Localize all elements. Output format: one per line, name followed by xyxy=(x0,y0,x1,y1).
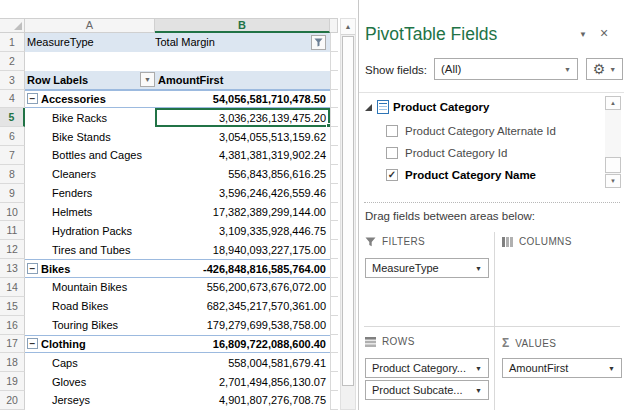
tools-gear-button[interactable]: ⚙ ▼ xyxy=(586,58,623,80)
cell-B15[interactable]: 682,345,217,570,361.00 xyxy=(155,297,330,316)
cell-A12[interactable]: Tires and Tubes xyxy=(25,240,155,259)
row-header-12[interactable]: 12 xyxy=(0,240,25,259)
cell-A16[interactable]: Touring Bikes xyxy=(25,316,155,335)
field-list-scrollbar[interactable]: ▲ ▼ xyxy=(605,96,621,188)
cell-B7[interactable]: 4,381,381,319,902.24 xyxy=(155,146,330,165)
checkbox-icon[interactable] xyxy=(386,125,398,137)
column-header-c-sliver[interactable] xyxy=(330,18,338,33)
cell-B19[interactable]: 2,701,494,856,130.07 xyxy=(155,372,330,391)
column-header-a[interactable]: A xyxy=(25,18,155,33)
scrollbar-thumb[interactable] xyxy=(342,36,354,386)
cell-B8[interactable]: 556,843,856,616.25 xyxy=(155,165,330,184)
field-table-row[interactable]: Product Category xyxy=(359,98,604,116)
sheet-vertical-scrollbar[interactable]: ▲ xyxy=(340,18,356,410)
cell-B5[interactable]: 3,036,236,139,475.20 xyxy=(155,108,330,127)
show-fields-label: Show fields: xyxy=(365,64,427,76)
cell-B12[interactable]: 18,940,093,227,175.00 xyxy=(155,240,330,259)
report-filter-button[interactable] xyxy=(311,35,326,50)
cell-B14[interactable]: 556,200,673,676,072.00 xyxy=(155,278,330,297)
cell-A8[interactable]: Cleaners xyxy=(25,165,155,184)
row-header-16[interactable]: 16 xyxy=(0,316,25,335)
scrollbar-thumb[interactable] xyxy=(605,157,621,173)
collapse-minus-icon[interactable]: − xyxy=(27,338,38,349)
select-all-corner[interactable] xyxy=(0,18,25,33)
checkbox-icon[interactable] xyxy=(386,147,398,159)
row-header-8[interactable]: 8 xyxy=(0,165,25,184)
pane-options-caret-icon[interactable]: ▼ xyxy=(579,30,587,39)
collapse-minus-icon[interactable]: − xyxy=(27,263,38,274)
row-header-5[interactable]: 5 xyxy=(0,108,25,127)
row-header-19[interactable]: 19 xyxy=(0,372,25,391)
rows-field-pill-1[interactable]: Product Subcate...▼ xyxy=(365,380,489,400)
row-header-11[interactable]: 11 xyxy=(0,221,25,240)
cell-A7[interactable]: Bottles and Cages xyxy=(25,146,155,165)
checkbox-checked-icon[interactable]: ✓ xyxy=(386,169,398,181)
filters-field-pill-0[interactable]: MeasureType▼ xyxy=(365,258,489,278)
values-field-pill-0[interactable]: AmountFirst▼ xyxy=(502,358,622,378)
cell-A1[interactable]: MeasureType xyxy=(25,33,155,52)
row-header-4[interactable]: 4 xyxy=(0,90,25,109)
cell-A3[interactable]: Row Labels▼ xyxy=(25,71,155,90)
cell-A5[interactable]: Bike Racks xyxy=(25,108,155,127)
cell-B17[interactable]: 16,809,722,088,600.40 xyxy=(155,335,330,354)
pane-close-icon[interactable]: × xyxy=(600,25,608,41)
row-header-9[interactable]: 9 xyxy=(0,184,25,203)
cell-B9[interactable]: 3,596,246,426,559.46 xyxy=(155,184,330,203)
field-item-0[interactable]: Product Category Alternate Id xyxy=(359,124,604,138)
field-item-2[interactable]: ✓Product Category Name xyxy=(359,168,604,182)
areas-section: FILTERS COLUMNS ROWS Σ VALUES MeasureTyp… xyxy=(359,228,624,410)
cell-B20[interactable]: 4,901,807,276,708.75 xyxy=(155,391,330,410)
cell-B3[interactable]: AmountFirst xyxy=(155,71,330,90)
cell-A19[interactable]: Gloves xyxy=(25,372,155,391)
cell-A18[interactable]: Caps xyxy=(25,353,155,372)
collapse-minus-icon[interactable]: − xyxy=(27,93,38,104)
row-header-20[interactable]: 20 xyxy=(0,391,25,410)
row-header-14[interactable]: 14 xyxy=(0,278,25,297)
scroll-up-button[interactable]: ▲ xyxy=(605,96,621,110)
row-header-17[interactable]: 17 xyxy=(0,335,25,354)
cell-B2[interactable] xyxy=(155,52,330,71)
cell-B4[interactable]: 54,056,581,710,478.50 xyxy=(155,90,330,109)
row-header-10[interactable]: 10 xyxy=(0,203,25,222)
show-fields-dropdown[interactable]: (All) ▼ xyxy=(434,58,578,80)
row-header-3[interactable]: 3 xyxy=(0,71,25,90)
sheet-row-6: 6Bike Stands3,054,055,513,159.62 xyxy=(0,127,338,146)
cell-B1[interactable]: Total Margin xyxy=(155,33,330,52)
filters-area-label: FILTERS xyxy=(382,236,425,247)
scroll-up-button[interactable]: ▲ xyxy=(341,19,355,35)
cell-A14[interactable]: Mountain Bikes xyxy=(25,278,155,297)
tree-expand-icon[interactable] xyxy=(365,104,372,111)
cell-A9[interactable]: Fenders xyxy=(25,184,155,203)
cell-A10[interactable]: Helmets xyxy=(25,203,155,222)
row-header-18[interactable]: 18 xyxy=(0,353,25,372)
cell-A2[interactable] xyxy=(25,52,155,71)
cell-B18[interactable]: 558,004,581,679.41 xyxy=(155,353,330,372)
rows-field-pill-0[interactable]: Product Category...▼ xyxy=(365,358,489,378)
field-item-1[interactable]: Product Category Id xyxy=(359,146,604,160)
row-labels-dropdown-button[interactable]: ▼ xyxy=(140,72,155,87)
cell-B10[interactable]: 17,382,389,299,144.00 xyxy=(155,203,330,222)
cell-A4[interactable]: −Accessories xyxy=(25,90,155,109)
column-header-b[interactable]: B xyxy=(155,18,330,33)
row-header-13[interactable]: 13 xyxy=(0,259,25,278)
row-header-15[interactable]: 15 xyxy=(0,297,25,316)
cell-A11[interactable]: Hydration Packs xyxy=(25,221,155,240)
row-header-1[interactable]: 1 xyxy=(0,33,25,52)
cell-A13[interactable]: −Bikes xyxy=(25,259,155,278)
cell-A20[interactable]: Jerseys xyxy=(25,391,155,410)
cell-B13[interactable]: -426,848,816,585,764.00 xyxy=(155,259,330,278)
row-header-2[interactable]: 2 xyxy=(0,52,25,71)
cell-A15[interactable]: Road Bikes xyxy=(25,297,155,316)
scroll-down-button[interactable]: ▼ xyxy=(605,174,621,188)
sheet-row-14: 14Mountain Bikes556,200,673,676,072.00 xyxy=(0,278,338,297)
sheet-row-13: 13−Bikes-426,848,816,585,764.00 xyxy=(0,259,338,278)
cell-B6[interactable]: 3,054,055,513,159.62 xyxy=(155,127,330,146)
fill-handle[interactable] xyxy=(326,123,330,127)
cell-B11[interactable]: 3,109,335,928,446.75 xyxy=(155,221,330,240)
row-header-7[interactable]: 7 xyxy=(0,146,25,165)
cell-B16[interactable]: 179,279,699,538,758.00 xyxy=(155,316,330,335)
cell-A17[interactable]: −Clothing xyxy=(25,335,155,354)
cell-A6[interactable]: Bike Stands xyxy=(25,127,155,146)
pill-label: AmountFirst xyxy=(509,362,568,374)
row-header-6[interactable]: 6 xyxy=(0,127,25,146)
